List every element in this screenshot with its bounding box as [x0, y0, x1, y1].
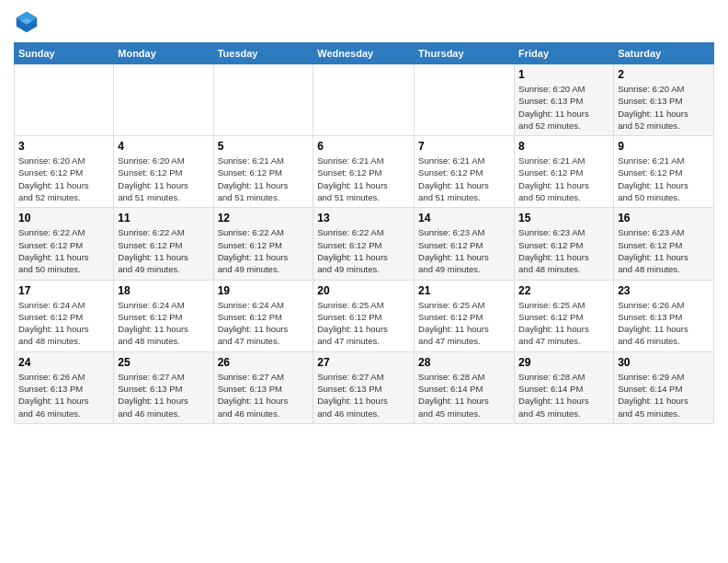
header-cell-thursday: Thursday: [415, 43, 515, 64]
day-info: Sunrise: 6:24 AMSunset: 6:12 PMDaylight:…: [18, 299, 109, 348]
day-number: 15: [518, 212, 609, 224]
day-info: Sunrise: 6:20 AMSunset: 6:12 PMDaylight:…: [118, 155, 209, 203]
day-info: Sunrise: 6:22 AMSunset: 6:12 PMDaylight:…: [18, 226, 109, 275]
day-info: Sunrise: 6:21 AMSunset: 6:12 PMDaylight:…: [618, 155, 710, 203]
calendar-table: SundayMondayTuesdayWednesdayThursdayFrid…: [14, 42, 714, 424]
day-info: Sunrise: 6:23 AMSunset: 6:12 PMDaylight:…: [618, 226, 710, 275]
day-cell: 6Sunrise: 6:21 AMSunset: 6:12 PMDaylight…: [313, 136, 415, 208]
day-number: 25: [118, 356, 209, 369]
day-cell: 25Sunrise: 6:27 AMSunset: 6:13 PMDayligh…: [114, 351, 213, 423]
day-info: Sunrise: 6:21 AMSunset: 6:12 PMDaylight:…: [518, 155, 609, 203]
day-cell: 11Sunrise: 6:22 AMSunset: 6:12 PMDayligh…: [114, 208, 213, 280]
day-number: 8: [518, 140, 609, 153]
day-cell: 26Sunrise: 6:27 AMSunset: 6:13 PMDayligh…: [213, 351, 313, 423]
day-number: 3: [18, 140, 109, 153]
day-number: 6: [317, 140, 410, 153]
day-info: Sunrise: 6:21 AMSunset: 6:12 PMDaylight:…: [218, 155, 310, 203]
day-info: Sunrise: 6:28 AMSunset: 6:14 PMDaylight:…: [518, 371, 609, 419]
day-cell: 13Sunrise: 6:22 AMSunset: 6:12 PMDayligh…: [313, 208, 415, 280]
day-number: 29: [518, 356, 609, 369]
header-cell-tuesday: Tuesday: [213, 43, 313, 64]
day-cell: 10Sunrise: 6:22 AMSunset: 6:12 PMDayligh…: [15, 208, 114, 280]
day-info: Sunrise: 6:21 AMSunset: 6:12 PMDaylight:…: [418, 155, 510, 203]
header-cell-monday: Monday: [114, 43, 213, 64]
header-cell-saturday: Saturday: [614, 43, 714, 64]
day-cell: [114, 64, 213, 136]
logo: [14, 9, 43, 35]
week-row-3: 17Sunrise: 6:24 AMSunset: 6:12 PMDayligh…: [15, 280, 714, 351]
day-cell: [15, 64, 114, 136]
day-number: 20: [317, 284, 410, 297]
day-info: Sunrise: 6:22 AMSunset: 6:12 PMDaylight:…: [118, 226, 209, 275]
day-number: 12: [218, 212, 310, 224]
day-number: 2: [618, 68, 710, 81]
header-cell-friday: Friday: [515, 43, 614, 64]
header-row: SundayMondayTuesdayWednesdayThursdayFrid…: [15, 43, 714, 64]
header-cell-sunday: Sunday: [15, 43, 114, 64]
week-row-4: 24Sunrise: 6:26 AMSunset: 6:13 PMDayligh…: [15, 351, 714, 423]
day-info: Sunrise: 6:28 AMSunset: 6:14 PMDaylight:…: [418, 371, 510, 419]
day-number: 22: [518, 284, 609, 297]
day-number: 18: [118, 284, 209, 297]
day-cell: 21Sunrise: 6:25 AMSunset: 6:12 PMDayligh…: [415, 280, 515, 351]
day-cell: 7Sunrise: 6:21 AMSunset: 6:12 PMDaylight…: [415, 136, 515, 208]
day-cell: [313, 64, 415, 136]
day-info: Sunrise: 6:25 AMSunset: 6:12 PMDaylight:…: [518, 299, 609, 348]
day-info: Sunrise: 6:26 AMSunset: 6:13 PMDaylight:…: [18, 371, 109, 419]
day-cell: 9Sunrise: 6:21 AMSunset: 6:12 PMDaylight…: [614, 136, 714, 208]
calendar-body: 1Sunrise: 6:20 AMSunset: 6:13 PMDaylight…: [15, 64, 714, 424]
day-cell: 8Sunrise: 6:21 AMSunset: 6:12 PMDaylight…: [515, 136, 614, 208]
day-number: 10: [18, 212, 109, 224]
day-number: 1: [518, 68, 609, 81]
header: [14, 9, 714, 35]
day-number: 13: [317, 212, 410, 224]
day-info: Sunrise: 6:27 AMSunset: 6:13 PMDaylight:…: [218, 371, 310, 419]
day-cell: 24Sunrise: 6:26 AMSunset: 6:13 PMDayligh…: [15, 351, 114, 423]
day-cell: 5Sunrise: 6:21 AMSunset: 6:12 PMDaylight…: [213, 136, 313, 208]
day-cell: 23Sunrise: 6:26 AMSunset: 6:13 PMDayligh…: [614, 280, 714, 351]
day-info: Sunrise: 6:20 AMSunset: 6:13 PMDaylight:…: [518, 83, 609, 132]
day-cell: 4Sunrise: 6:20 AMSunset: 6:12 PMDaylight…: [114, 136, 213, 208]
day-info: Sunrise: 6:26 AMSunset: 6:13 PMDaylight:…: [618, 299, 710, 348]
day-info: Sunrise: 6:24 AMSunset: 6:12 PMDaylight:…: [118, 299, 209, 348]
calendar-header: SundayMondayTuesdayWednesdayThursdayFrid…: [15, 43, 714, 64]
day-cell: 16Sunrise: 6:23 AMSunset: 6:12 PMDayligh…: [614, 208, 714, 280]
day-cell: 1Sunrise: 6:20 AMSunset: 6:13 PMDaylight…: [515, 64, 614, 136]
day-number: 16: [618, 212, 710, 224]
day-cell: 14Sunrise: 6:23 AMSunset: 6:12 PMDayligh…: [415, 208, 515, 280]
day-number: 24: [18, 356, 109, 369]
day-cell: 19Sunrise: 6:24 AMSunset: 6:12 PMDayligh…: [213, 280, 313, 351]
day-cell: 12Sunrise: 6:22 AMSunset: 6:12 PMDayligh…: [213, 208, 313, 280]
day-number: 4: [118, 140, 209, 153]
day-cell: 2Sunrise: 6:20 AMSunset: 6:13 PMDaylight…: [614, 64, 714, 136]
day-cell: 3Sunrise: 6:20 AMSunset: 6:12 PMDaylight…: [15, 136, 114, 208]
day-number: 7: [418, 140, 510, 153]
day-number: 17: [18, 284, 109, 297]
day-info: Sunrise: 6:22 AMSunset: 6:12 PMDaylight:…: [317, 226, 410, 275]
week-row-1: 3Sunrise: 6:20 AMSunset: 6:12 PMDaylight…: [15, 136, 714, 208]
day-number: 27: [317, 356, 410, 369]
week-row-0: 1Sunrise: 6:20 AMSunset: 6:13 PMDaylight…: [15, 64, 714, 136]
day-number: 11: [118, 212, 209, 224]
day-info: Sunrise: 6:20 AMSunset: 6:13 PMDaylight:…: [618, 83, 710, 132]
day-info: Sunrise: 6:20 AMSunset: 6:12 PMDaylight:…: [18, 155, 109, 203]
day-number: 21: [418, 284, 510, 297]
day-cell: 29Sunrise: 6:28 AMSunset: 6:14 PMDayligh…: [515, 351, 614, 423]
logo-icon: [14, 9, 40, 35]
day-info: Sunrise: 6:27 AMSunset: 6:13 PMDaylight:…: [317, 371, 410, 419]
day-cell: 22Sunrise: 6:25 AMSunset: 6:12 PMDayligh…: [515, 280, 614, 351]
day-number: 23: [618, 284, 710, 297]
week-row-2: 10Sunrise: 6:22 AMSunset: 6:12 PMDayligh…: [15, 208, 714, 280]
day-number: 26: [218, 356, 310, 369]
day-cell: 18Sunrise: 6:24 AMSunset: 6:12 PMDayligh…: [114, 280, 213, 351]
day-cell: 30Sunrise: 6:29 AMSunset: 6:14 PMDayligh…: [614, 351, 714, 423]
day-info: Sunrise: 6:29 AMSunset: 6:14 PMDaylight:…: [618, 371, 710, 419]
day-info: Sunrise: 6:25 AMSunset: 6:12 PMDaylight:…: [317, 299, 410, 348]
day-cell: 27Sunrise: 6:27 AMSunset: 6:13 PMDayligh…: [313, 351, 415, 423]
day-cell: 15Sunrise: 6:23 AMSunset: 6:12 PMDayligh…: [515, 208, 614, 280]
header-cell-wednesday: Wednesday: [313, 43, 415, 64]
day-cell: [213, 64, 313, 136]
day-cell: 28Sunrise: 6:28 AMSunset: 6:14 PMDayligh…: [415, 351, 515, 423]
day-info: Sunrise: 6:24 AMSunset: 6:12 PMDaylight:…: [218, 299, 310, 348]
day-info: Sunrise: 6:21 AMSunset: 6:12 PMDaylight:…: [317, 155, 410, 203]
